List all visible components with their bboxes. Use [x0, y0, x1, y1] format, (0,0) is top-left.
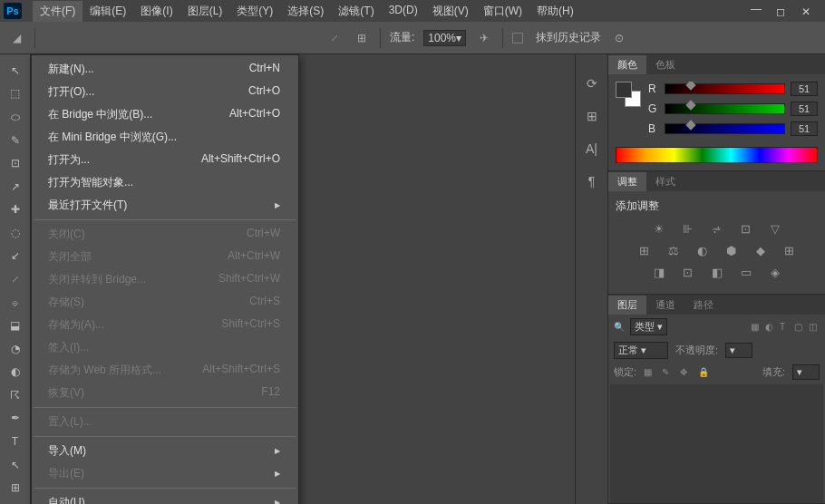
filter-kind-select[interactable]: 类型 ▾ — [630, 318, 667, 335]
filter-type-icon[interactable]: T — [780, 322, 791, 333]
maximize-button[interactable] — [776, 5, 789, 16]
tool-3[interactable]: ✎ — [3, 130, 28, 151]
tool-5[interactable]: ↗ — [3, 176, 28, 198]
menu-item-6[interactable]: 最近打开文件(T) — [32, 194, 298, 217]
tab-channels[interactable]: 通道 — [646, 296, 684, 315]
layers-list[interactable] — [610, 384, 823, 503]
vibrance-icon[interactable]: ▽ — [767, 221, 783, 236]
tab-color[interactable]: 颜色 — [608, 55, 646, 74]
b-slider[interactable] — [665, 123, 785, 134]
erase-history-checkbox[interactable] — [512, 33, 523, 44]
tool-4[interactable]: ⊡ — [3, 152, 28, 174]
fg-bg-swatch[interactable] — [616, 82, 641, 107]
posterize-icon[interactable]: ⊡ — [680, 265, 696, 279]
menu-2[interactable]: 图像(I) — [133, 1, 180, 22]
menu-item-19[interactable]: 导入(M) — [32, 440, 298, 462]
opacity-input[interactable]: ▾ — [725, 343, 752, 358]
balance-icon[interactable]: ⚖ — [665, 243, 682, 257]
menu-3[interactable]: 图层(L) — [180, 1, 230, 22]
layers-panel: 图层 通道 路径 🔍 类型 ▾ ▦ ◐ T ▢ ◫ 正常 ▾ — [608, 295, 825, 504]
tool-18[interactable]: ⊞ — [3, 477, 28, 499]
exposure-icon[interactable]: ⊡ — [738, 221, 754, 236]
tool-1[interactable]: ⬚ — [3, 83, 28, 105]
menu-item-3[interactable]: 在 Mini Bridge 中浏览(G)... — [32, 126, 298, 149]
airbrush-icon[interactable]: ✈ — [475, 29, 493, 47]
g-slider[interactable] — [665, 103, 785, 114]
pressure-icon[interactable]: ⊙ — [610, 29, 628, 47]
menu-item-5[interactable]: 打开为智能对象... — [32, 171, 298, 194]
menu-item-2[interactable]: 在 Bridge 中浏览(B)...Alt+Ctrl+O — [32, 103, 298, 126]
gradient-map-icon[interactable]: ▭ — [738, 265, 754, 279]
brush-panel-icon[interactable]: ⊞ — [353, 29, 371, 47]
g-input[interactable] — [791, 102, 818, 116]
menu-item-0[interactable]: 新建(N)...Ctrl+N — [32, 58, 298, 81]
menu-10[interactable]: 帮助(H) — [529, 1, 581, 22]
tool-2[interactable]: ⬭ — [3, 106, 28, 128]
tool-9[interactable]: ⟋ — [3, 268, 28, 290]
filter-smart-icon[interactable]: ◫ — [809, 322, 820, 333]
tool-0[interactable]: ↖ — [3, 60, 28, 82]
lookup-icon[interactable]: ⊞ — [781, 243, 798, 257]
tool-8[interactable]: ↙ — [3, 246, 28, 267]
lock-image-icon[interactable]: ✎ — [662, 367, 673, 378]
r-input[interactable] — [791, 82, 818, 96]
b-input[interactable] — [791, 121, 818, 136]
hue-icon[interactable]: ⊞ — [636, 243, 653, 257]
character-icon[interactable]: A| — [581, 138, 603, 160]
r-slider[interactable] — [665, 83, 785, 94]
tool-7[interactable]: ◌ — [3, 222, 28, 244]
tab-swatches[interactable]: 色板 — [646, 55, 684, 74]
lock-transparency-icon[interactable]: ▦ — [644, 367, 655, 378]
curves-icon[interactable]: ⩫ — [709, 221, 725, 236]
lock-position-icon[interactable]: ✥ — [680, 367, 691, 378]
tool-6[interactable]: ✚ — [3, 199, 28, 220]
filter-pixel-icon[interactable]: ▦ — [751, 322, 762, 333]
fill-input[interactable]: ▾ — [792, 364, 820, 380]
levels-icon[interactable]: ⊪ — [680, 221, 696, 236]
filter-adjust-icon[interactable]: ◐ — [765, 322, 776, 333]
brush-preset-icon[interactable]: ⟋ — [325, 29, 344, 47]
tool-14[interactable]: ☈ — [3, 384, 28, 406]
menu-5[interactable]: 选择(S) — [280, 1, 331, 22]
tool-16[interactable]: T — [3, 431, 28, 452]
tab-adjustments[interactable]: 调整 — [608, 172, 646, 191]
menu-item-1[interactable]: 打开(O)...Ctrl+O — [32, 81, 298, 103]
tab-paths[interactable]: 路径 — [684, 296, 723, 315]
bw-icon[interactable]: ◐ — [694, 243, 711, 257]
lock-all-icon[interactable]: 🔒 — [698, 367, 709, 378]
tool-17[interactable]: ↖ — [3, 454, 28, 476]
mixer-icon[interactable]: ◆ — [752, 243, 769, 257]
properties-icon[interactable]: ⊞ — [581, 105, 603, 127]
blend-mode-select[interactable]: 正常 ▾ — [614, 342, 668, 359]
color-spectrum[interactable] — [616, 147, 818, 163]
menu-1[interactable]: 编辑(E) — [82, 1, 133, 22]
close-button[interactable] — [801, 5, 814, 16]
tool-preset-icon[interactable]: ◢ — [7, 29, 25, 47]
tool-10[interactable]: ⟐ — [3, 292, 28, 314]
photo-filter-icon[interactable]: ⬢ — [723, 243, 740, 257]
filter-kind-icon[interactable]: 🔍 — [614, 322, 625, 332]
flow-field[interactable]: 100% ▾ — [423, 30, 466, 46]
menu-item-4[interactable]: 打开为...Alt+Shift+Ctrl+O — [32, 149, 298, 171]
history-icon[interactable]: ⟳ — [581, 73, 603, 94]
threshold-icon[interactable]: ◧ — [709, 265, 725, 279]
tool-11[interactable]: ⬓ — [3, 315, 28, 336]
tab-styles[interactable]: 样式 — [646, 172, 684, 191]
menu-8[interactable]: 视图(V) — [425, 1, 476, 22]
menu-item-22[interactable]: 自动(U) — [32, 491, 298, 504]
menu-0[interactable]: 文件(F) — [33, 1, 82, 22]
tool-15[interactable]: ✒ — [3, 408, 28, 430]
menu-7[interactable]: 3D(D) — [382, 1, 425, 22]
invert-icon[interactable]: ◨ — [651, 265, 667, 279]
filter-shape-icon[interactable]: ▢ — [794, 322, 805, 333]
minimize-button[interactable] — [751, 5, 763, 16]
brightness-icon[interactable]: ☀ — [651, 221, 667, 236]
tool-13[interactable]: ◐ — [3, 362, 28, 383]
menu-9[interactable]: 窗口(W) — [476, 1, 529, 22]
paragraph-icon[interactable]: ¶ — [581, 170, 603, 192]
menu-4[interactable]: 类型(Y) — [229, 1, 280, 22]
selective-icon[interactable]: ◈ — [767, 265, 783, 279]
tab-layers[interactable]: 图层 — [608, 296, 646, 315]
menu-6[interactable]: 滤镜(T) — [331, 1, 381, 22]
tool-12[interactable]: ◔ — [3, 338, 28, 360]
